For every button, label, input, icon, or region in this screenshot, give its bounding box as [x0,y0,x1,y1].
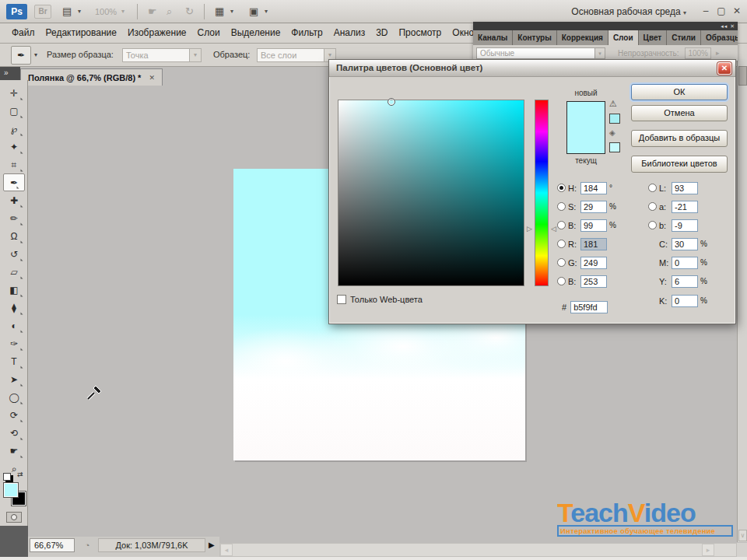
field-input[interactable]: 184 [580,182,607,194]
view-extras-icon[interactable]: ▤ [62,4,72,19]
vertical-scrollbar[interactable]: ∨ [737,59,747,542]
web-only-checkbox[interactable] [337,295,346,304]
opacity-value[interactable]: 100% [685,47,711,59]
screen-mode-caret-icon[interactable]: ▾ [265,4,268,19]
rotate-view-icon[interactable]: ↻ [185,4,194,19]
move-tool[interactable]: ✛ [0,84,28,102]
orbit-3d-tool[interactable]: ⟲ [0,424,28,442]
field-radio[interactable] [557,277,566,285]
menu-item[interactable]: Редактирование [40,23,122,43]
type-tool[interactable]: T [0,352,28,370]
marquee-tool[interactable]: ▢ [0,102,28,120]
field-input[interactable]: 253 [580,275,607,288]
hue-slider-left-arrow-icon[interactable]: ▷ [527,225,532,233]
pen-tool[interactable]: ✑ [0,334,28,352]
field-input[interactable]: 29 [580,201,607,213]
healing-brush-tool[interactable]: ✚ [0,191,28,209]
menu-item[interactable]: Выделение [226,23,286,43]
dialog-close-icon[interactable]: ✕ [717,62,731,75]
field-input[interactable]: 0 [672,295,698,307]
hue-slider[interactable]: ▷ ◁ [535,100,549,286]
brush-tool[interactable]: ✏ [0,209,28,227]
cancel-button[interactable]: Отмена [631,105,728,121]
zoom-level-button[interactable]: 100% [95,4,117,19]
default-colors-icon[interactable] [3,473,11,481]
field-input[interactable]: 93 [672,182,698,194]
blur-tool[interactable]: ⧫ [0,299,28,317]
path-selection-tool[interactable]: ➤ [0,370,28,388]
clone-stamp-tool[interactable]: Ω [0,227,28,245]
opacity-arrow-icon[interactable]: ▸ [716,47,720,59]
eraser-tool[interactable]: ▱ [0,263,28,281]
shape-tool[interactable]: ◯ [0,388,28,406]
panel-tab[interactable]: Слои [608,30,639,45]
eyedropper-tool[interactable]: ✒ [3,173,25,191]
maximize-button[interactable]: ▢ [714,0,728,23]
web-safe-swatch[interactable] [609,142,620,152]
field-input[interactable]: 99 [580,219,607,232]
sample-layers-select[interactable]: Все слои ▾ [257,48,336,62]
menu-item[interactable]: Слои [192,23,226,43]
add-to-swatches-button[interactable]: Добавить в образцы [631,130,728,147]
menu-item[interactable]: 3D [370,23,393,43]
field-input[interactable]: 30 [672,238,698,250]
gamut-safe-swatch[interactable] [609,114,620,124]
menu-item[interactable]: Файл [6,23,40,43]
menu-item[interactable]: Анализ [328,23,371,43]
hex-input[interactable]: b5f9fd [570,301,608,313]
menu-item[interactable]: Просмотр [393,23,447,43]
hand-tool[interactable]: ☛ [0,442,28,460]
document-tab[interactable]: Полянка @ 66,7% (RGB/8) * ✕ [20,68,163,86]
close-button[interactable]: ✕ [730,0,744,23]
tool-preset-caret-icon[interactable]: ▾ [34,51,37,58]
swap-colors-icon[interactable]: ⇄ [17,471,23,478]
dodge-tool[interactable]: ◐ [0,317,28,334]
field-input[interactable]: 6 [672,275,698,288]
field-radio[interactable] [648,221,657,229]
workspace-switcher[interactable]: Основная рабочая среда ▾ [571,0,686,23]
zoom-percent-field[interactable]: 66,67% [30,538,75,552]
field-input[interactable]: 0 [672,257,698,269]
foreground-color-swatch[interactable] [3,482,19,498]
field-radio[interactable] [557,240,566,248]
lasso-tool[interactable]: ℘ [0,120,28,138]
magnifier-icon[interactable]: ⌕ [167,4,172,19]
horizontal-scrollbar[interactable]: ◂ ▸ [219,543,737,557]
magic-wand-tool[interactable]: ✦ [0,138,28,156]
hand-icon[interactable]: ☛ [148,4,157,19]
arrange-documents-icon[interactable]: ▦ [215,4,224,19]
scroll-right-icon[interactable]: ▸ [702,544,714,556]
bridge-button[interactable]: Br [34,5,51,19]
ok-button[interactable]: ОК [631,84,728,100]
status-menu-icon[interactable]: ▶ [209,538,218,552]
panel-collapse-icon[interactable]: ◂◂ [721,23,728,29]
crop-tool[interactable]: ⌗ [0,156,28,173]
minimize-button[interactable]: – [699,0,713,23]
field-radio[interactable] [557,184,566,192]
history-brush-tool[interactable]: ↺ [0,245,28,263]
toolbar-collapse-icon[interactable]: » [0,67,20,80]
view-extras-caret-icon[interactable]: ▾ [78,4,81,19]
field-input[interactable]: -21 [672,201,698,213]
field-radio[interactable] [557,221,566,229]
rotate-3d-tool[interactable]: ⟳ [0,406,28,424]
field-input[interactable]: 181 [580,238,607,250]
field-radio[interactable] [557,258,566,267]
field-input[interactable]: 249 [580,257,607,269]
web-safe-cube-icon[interactable]: ◈ [609,128,615,137]
color-field-marker[interactable] [388,98,395,106]
field-input[interactable]: -9 [672,219,698,232]
dialog-title[interactable]: Палитра цветов (Основной цвет) [329,60,735,77]
panel-close-icon[interactable]: ✕ [730,23,735,29]
menu-item[interactable]: Фильтр [286,23,328,43]
web-only-option[interactable]: Только Web-цвета [337,295,423,304]
panel-tab[interactable]: Каналы [473,30,513,45]
color-libraries-button[interactable]: Библиотеки цветов [631,156,728,173]
sample-size-select[interactable]: Точка ▾ [122,48,202,62]
screen-mode-icon[interactable]: ▣ [249,4,258,19]
field-radio[interactable] [648,202,657,211]
scroll-left-icon[interactable]: ◂ [220,544,233,556]
blend-mode-select[interactable]: Обычные ▾ [476,47,605,59]
tab-close-icon[interactable]: ✕ [149,74,155,82]
arrange-caret-icon[interactable]: ▾ [230,4,233,19]
